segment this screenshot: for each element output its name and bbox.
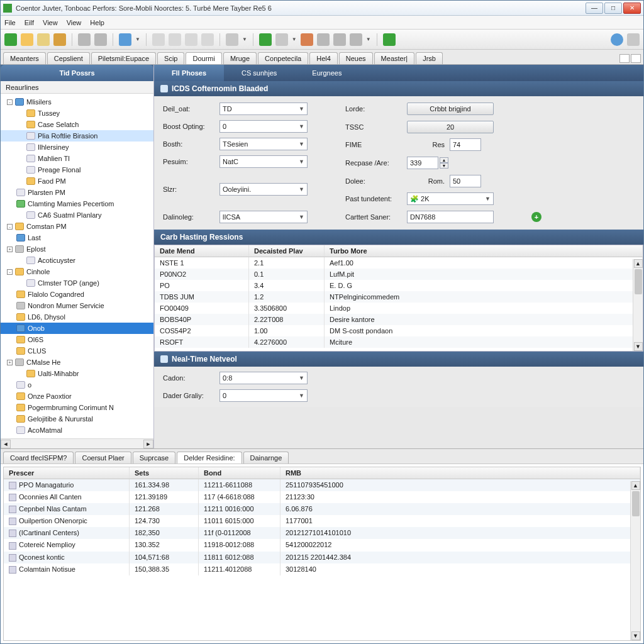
tree-item[interactable]: OI6S [1, 334, 153, 345]
scroll-up-icon[interactable]: ▲ [631, 481, 640, 490]
tree-item[interactable]: LD6, Dhysol [1, 311, 153, 323]
wrench-icon[interactable] [333, 33, 346, 46]
table-row[interactable]: TDBS JUM1.2NTPelnginicommedem [155, 291, 643, 303]
tree-item[interactable]: -Mlisilers [1, 96, 153, 108]
dalin-combo[interactable]: lICSA▼ [219, 211, 308, 223]
tree-item[interactable]: CA6 Suatml Planlary [1, 209, 153, 221]
tree-expander-icon[interactable]: - [7, 224, 13, 230]
tree-expander-icon[interactable]: + [7, 247, 13, 252]
refresh-icon[interactable] [53, 33, 66, 46]
tag-icon[interactable] [301, 33, 313, 46]
main-tab[interactable]: Mruge [223, 52, 257, 64]
tree-item[interactable]: -Cinhole [1, 266, 153, 277]
next-icon[interactable] [94, 33, 107, 46]
menu-help[interactable]: Help [90, 19, 104, 26]
tree-item[interactable]: o [1, 379, 153, 391]
spin-up-icon[interactable]: ▲ [440, 157, 448, 163]
table-row[interactable]: Oconnies All Canten121.39189117 (4-6618:… [4, 491, 640, 503]
tab-action1[interactable] [619, 54, 630, 63]
add-icon[interactable]: + [531, 212, 541, 222]
settings-icon[interactable] [627, 33, 640, 46]
globe-icon[interactable] [119, 33, 131, 46]
open-icon[interactable] [37, 33, 50, 46]
lcol-bond[interactable]: Bond [199, 467, 280, 479]
main-tab[interactable]: Dourmi [186, 52, 221, 64]
tree-expander-icon[interactable]: - [7, 99, 13, 105]
maximize-button[interactable]: □ [604, 3, 622, 14]
scroll-left-icon[interactable]: ◄ [1, 440, 11, 448]
lower-tab[interactable]: Suprcase [133, 452, 175, 464]
right-tab[interactable]: Fll Phoses [154, 65, 224, 81]
tssc-value[interactable]: 20 [407, 121, 494, 133]
help-icon[interactable] [611, 33, 623, 46]
main-tab[interactable]: Neues [339, 52, 373, 64]
scroll-down-icon[interactable]: ▼ [631, 631, 640, 640]
tree-item[interactable]: Clamting Mamies Pecertiom [1, 198, 153, 209]
edit-icon[interactable] [317, 33, 330, 46]
lcol-sets[interactable]: Sets [130, 467, 199, 479]
deil-combo[interactable]: TD▼ [219, 103, 308, 115]
table-row[interactable]: FO004093.3506800Lindop [155, 303, 643, 314]
boost-combo[interactable]: 0▼ [219, 120, 308, 133]
tree-item[interactable]: Last [1, 232, 153, 243]
tree-item[interactable]: Flalolo Cogandred [1, 289, 153, 300]
save-icon[interactable] [185, 33, 197, 46]
table-row[interactable]: P00NO20.1LufM.pit [155, 269, 643, 280]
table-row[interactable]: Colamtain Notisue150,388.3511211.4012088… [4, 564, 640, 575]
dader-combo[interactable]: 0▼ [219, 389, 308, 402]
tree-hscrollbar[interactable]: ◄ ► [1, 438, 153, 448]
tree-item[interactable]: Plia Roftlie Birasion [1, 130, 153, 142]
tree-view[interactable]: -MlisilersTusseyCase SelatchPlia Roftlie… [1, 94, 153, 438]
run-icon[interactable] [259, 33, 272, 46]
doc-icon[interactable] [152, 33, 165, 46]
lorde-button[interactable]: Crbbt brigjind [407, 103, 494, 115]
tree-item[interactable]: Acoticuyster [1, 255, 153, 266]
main-tab[interactable]: Meanters [3, 52, 46, 64]
tree-item[interactable]: Mahlien TI [1, 153, 153, 164]
folder-icon[interactable] [21, 33, 33, 46]
main-tab[interactable]: Piletsmil:Eupace [91, 52, 156, 64]
table-row[interactable]: PPO Managaturio161.334.9811211-661108825… [4, 479, 640, 491]
table-row[interactable]: Cepnbel Nlas Cantam121.26811211 0016:000… [4, 503, 640, 515]
lower-tab[interactable]: Coard tfecISFPM? [3, 452, 74, 464]
slzr-combo[interactable]: Ooleyiini.▼ [219, 183, 308, 196]
scroll-right-icon[interactable]: ► [143, 440, 153, 448]
spin-down-icon[interactable]: ▼ [440, 163, 448, 169]
lower-tab[interactable]: Coersut Plaer [75, 452, 131, 464]
lcol-rmb[interactable]: RMB [280, 467, 640, 479]
col-date[interactable]: Date Mend [155, 245, 249, 257]
col-turbo[interactable]: Turbo More [325, 245, 643, 257]
link-icon[interactable] [350, 33, 362, 46]
table-row[interactable]: Cotereić Nemplioy130.35211918-0012:08854… [4, 539, 640, 551]
table-row[interactable]: Ouilpertion ONenorpic124.73011011 6015:0… [4, 515, 640, 527]
sessions-grid[interactable]: Date Mend Decaisted Plav Turbo More NSTE… [154, 245, 643, 352]
menu-view[interactable]: View [43, 19, 58, 26]
main-tab[interactable]: Measter| [374, 52, 415, 64]
tree-item[interactable]: Onob [1, 323, 153, 334]
tree-item[interactable]: Nondron Mumer Servicie [1, 300, 153, 311]
window-icon[interactable] [201, 33, 214, 46]
right-tab[interactable]: CS sunhjes [224, 65, 294, 81]
close-button[interactable]: ✕ [623, 3, 641, 14]
left-tab-active[interactable]: Tid Possrs [1, 65, 153, 81]
tree-item[interactable]: Onze Paoxtior [1, 391, 153, 402]
table-row[interactable]: PO3.4E. D. G [155, 280, 643, 291]
grid-vscrollbar[interactable]: ▲ ▼ [633, 259, 643, 351]
tree-item[interactable]: AcoMatmal [1, 425, 153, 436]
dolee-input[interactable]: 50 [450, 175, 481, 187]
tree-item[interactable]: Preage Flonal [1, 164, 153, 175]
scroll-up-icon[interactable]: ▲ [634, 259, 643, 268]
main-tab[interactable]: Conpetecila [258, 52, 308, 64]
lower-tab[interactable]: Delder Residine: [177, 452, 242, 464]
lcol-prescer[interactable]: Prescer [4, 467, 130, 479]
past-combo[interactable]: 🧩 2K▼ [407, 192, 494, 205]
recpase-input[interactable]: 339 [407, 157, 438, 169]
main-tab[interactable]: Scip [157, 52, 184, 64]
plugin-icon[interactable] [383, 33, 396, 46]
lower-tab[interactable]: Dainarnge [243, 452, 289, 464]
table-icon[interactable] [226, 33, 238, 46]
table-row[interactable]: COS54P21.00DM S-costt pondaon [155, 325, 643, 336]
tree-item[interactable]: +Eplost [1, 243, 153, 255]
bosth-combo[interactable]: TSesien▼ [219, 138, 308, 150]
prev-icon[interactable] [78, 33, 91, 46]
